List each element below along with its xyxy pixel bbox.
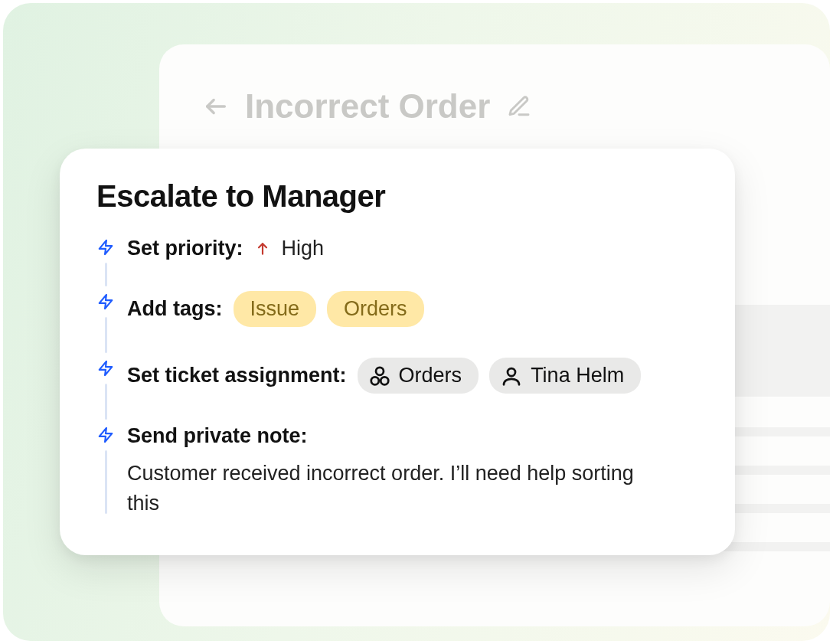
arrow-up-icon: [254, 240, 271, 257]
team-pill-label: Orders: [399, 364, 462, 387]
step-connector-line: [105, 384, 107, 420]
svg-marker-1: [100, 240, 113, 254]
svg-point-6: [371, 377, 378, 384]
step-tags: Add tags: Issue Orders: [127, 291, 698, 358]
step-priority: Set priority: High: [127, 237, 698, 291]
step-connector-line: [105, 450, 107, 514]
card-title: Escalate to Manager: [96, 179, 698, 214]
assignment-label: Set ticket assignment:: [127, 364, 347, 387]
team-pill[interactable]: Orders: [358, 358, 479, 394]
parent-window-title: Incorrect Order: [245, 87, 490, 126]
lightning-icon: [96, 238, 115, 257]
svg-point-7: [381, 377, 388, 384]
escalate-card: Escalate to Manager Set priority: High: [60, 149, 735, 555]
svg-marker-4: [100, 361, 113, 375]
tags-label: Add tags:: [127, 297, 223, 321]
tag-pill[interactable]: Orders: [327, 291, 424, 327]
svg-marker-3: [100, 295, 113, 309]
steps-list: Set priority: High Add tags: I: [96, 237, 698, 518]
step-assignment: Set ticket assignment: Orders Tina Helm: [127, 358, 698, 424]
step-connector-line: [105, 317, 107, 353]
step-note: Send private note: Customer received inc…: [127, 424, 698, 518]
svg-point-5: [376, 367, 384, 374]
back-arrow-icon[interactable]: [202, 93, 230, 120]
lightning-icon: [96, 426, 115, 444]
priority-label: Set priority:: [127, 237, 243, 260]
team-icon: [368, 364, 391, 387]
person-pill[interactable]: Tina Helm: [489, 358, 641, 394]
person-icon: [500, 364, 523, 387]
person-pill-label: Tina Helm: [531, 364, 624, 387]
lightning-icon: [96, 359, 115, 378]
priority-value: High: [282, 237, 325, 260]
step-connector-line: [105, 263, 107, 286]
svg-point-8: [508, 368, 515, 376]
note-text: Customer received incorrect order. I’ll …: [127, 459, 663, 518]
parent-window-header: Incorrect Order: [159, 44, 830, 126]
edit-pencil-icon[interactable]: [505, 93, 533, 120]
tag-pill[interactable]: Issue: [234, 291, 317, 327]
lightning-icon: [96, 293, 115, 311]
note-label: Send private note:: [127, 424, 308, 447]
svg-marker-9: [100, 428, 113, 442]
